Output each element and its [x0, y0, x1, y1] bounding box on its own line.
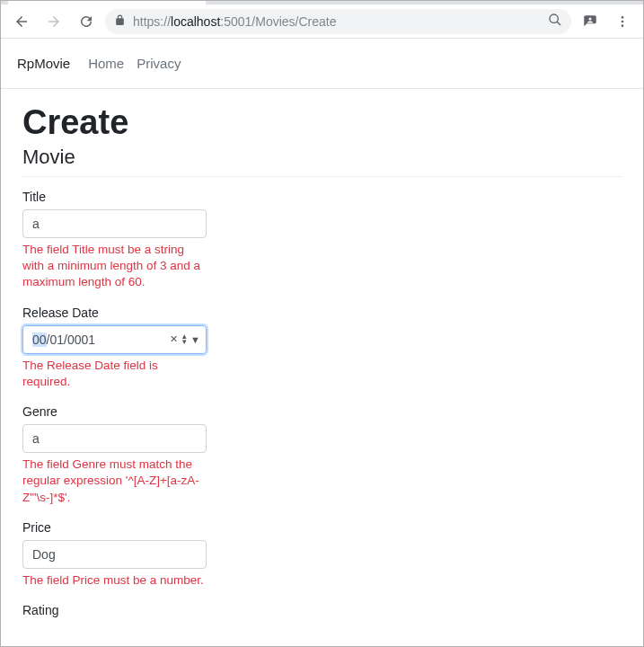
genre-input[interactable]: a — [22, 424, 207, 453]
divider — [22, 176, 622, 177]
reload-button[interactable] — [73, 8, 100, 35]
menu-icon[interactable] — [609, 8, 636, 35]
svg-point-11 — [622, 20, 624, 22]
title-error: The field Title must be a string with a … — [22, 242, 207, 291]
nav-home-link[interactable]: Home — [88, 56, 124, 71]
price-label: Price — [22, 520, 207, 535]
field-title: Title a The field Title must be a string… — [22, 190, 207, 291]
browser-tab[interactable]: Create - Movie ✕ — [8, 0, 206, 4]
release-date-label: Release Date — [22, 306, 207, 320]
lock-icon — [114, 14, 126, 29]
zoom-icon[interactable] — [548, 13, 562, 30]
page-content: Create Movie Title a The field Title mus… — [1, 89, 643, 617]
genre-error: The field Genre must match the regular e… — [22, 456, 207, 506]
svg-line-9 — [557, 22, 560, 25]
svg-point-10 — [622, 16, 624, 19]
page-title: Create — [22, 103, 622, 142]
back-button[interactable] — [8, 8, 35, 35]
page-subtitle: Movie — [22, 146, 622, 169]
account-icon[interactable] — [577, 8, 604, 35]
forward-button[interactable] — [40, 8, 67, 35]
rating-label: Rating — [22, 603, 207, 617]
price-error: The field Price must be a number. — [22, 572, 207, 589]
field-genre: Genre a The field Genre must match the r… — [22, 404, 207, 506]
clear-date-icon[interactable]: ✕ — [170, 333, 178, 345]
brand-link[interactable]: RpMovie — [17, 56, 70, 71]
new-tab-button[interactable]: + — [211, 0, 236, 2]
site-navbar: RpMovie Home Privacy — [1, 39, 643, 89]
svg-point-8 — [550, 14, 558, 22]
genre-label: Genre — [22, 404, 207, 419]
release-date-input[interactable]: 00/01/0001 ✕ ▲▼ ▼ — [22, 325, 207, 354]
field-price: Price Dog The field Price must be a numb… — [22, 520, 207, 589]
field-rating: Rating z The field Rating must match the… — [22, 603, 207, 617]
page-viewport[interactable]: RpMovie Home Privacy Create Movie Title … — [1, 39, 643, 617]
svg-point-12 — [622, 24, 624, 27]
browser-tab-row: Create - Movie ✕ + — [1, 0, 643, 4]
nav-privacy-link[interactable]: Privacy — [137, 56, 181, 71]
dropdown-date-icon[interactable]: ▼ — [190, 334, 200, 345]
address-bar[interactable]: https://localhost:5001/Movies/Create — [105, 9, 571, 34]
title-input[interactable]: a — [22, 209, 207, 238]
field-release-date: Release Date 00/01/0001 ✕ ▲▼ ▼ The Relea… — [22, 306, 207, 390]
spinner-icon[interactable]: ▲▼ — [181, 334, 188, 345]
title-label: Title — [22, 190, 207, 204]
release-date-error: The Release Date field is required. — [22, 358, 207, 390]
price-input[interactable]: Dog — [22, 540, 207, 569]
browser-toolbar: https://localhost:5001/Movies/Create — [1, 4, 643, 39]
url-text: https://localhost:5001/Movies/Create — [133, 14, 541, 29]
